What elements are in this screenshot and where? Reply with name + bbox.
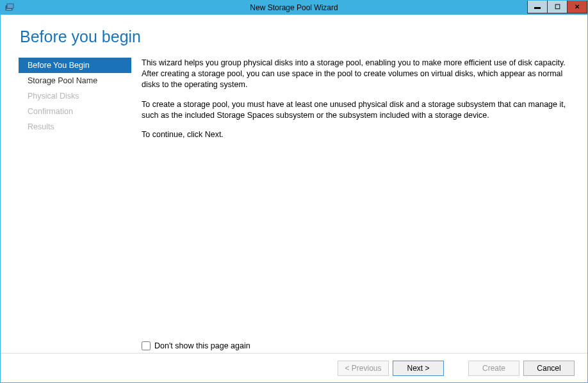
svg-rect-2 xyxy=(7,4,13,8)
app-icon xyxy=(4,3,15,13)
intro-paragraph-1: This wizard helps you group physical dis… xyxy=(142,58,577,90)
step-before-you-begin[interactable]: Before You Begin xyxy=(19,58,131,73)
minimize-icon: ▬ xyxy=(534,4,541,10)
create-button: Create xyxy=(468,361,519,376)
step-storage-pool-name[interactable]: Storage Pool Name xyxy=(19,73,131,88)
body-row: Before You Begin Storage Pool Name Physi… xyxy=(1,58,587,353)
svg-rect-1 xyxy=(6,9,12,10)
close-icon: ✕ xyxy=(575,4,580,10)
page-heading: Before you begin xyxy=(20,28,587,46)
step-confirmation: Confirmation xyxy=(19,104,131,119)
wizard-steps-sidebar: Before You Begin Storage Pool Name Physi… xyxy=(19,58,131,353)
wizard-window: New Storage Pool Wizard ▬ ☐ ✕ Before you… xyxy=(0,0,588,383)
content-area: Before you begin Before You Begin Storag… xyxy=(1,15,587,382)
dont-show-again-checkbox[interactable] xyxy=(142,341,151,350)
previous-button: < Previous xyxy=(338,361,389,376)
main-pane: This wizard helps you group physical dis… xyxy=(131,58,577,353)
minimize-button[interactable]: ▬ xyxy=(527,1,548,13)
intro-paragraph-2: To create a storage pool, you must have … xyxy=(142,99,577,121)
step-results: Results xyxy=(19,119,131,134)
next-button[interactable]: Next > xyxy=(393,361,444,376)
spacer xyxy=(142,149,577,338)
dont-show-again-row[interactable]: Don't show this page again xyxy=(142,341,577,350)
intro-paragraph-3: To continue, click Next. xyxy=(142,129,577,140)
maximize-button[interactable]: ☐ xyxy=(547,1,568,13)
titlebar: New Storage Pool Wizard ▬ ☐ ✕ xyxy=(1,1,587,15)
wizard-footer: < Previous Next > Create Cancel xyxy=(1,353,587,382)
step-physical-disks: Physical Disks xyxy=(19,88,131,104)
close-button[interactable]: ✕ xyxy=(567,1,587,13)
maximize-icon: ☐ xyxy=(555,4,560,10)
window-controls: ▬ ☐ ✕ xyxy=(528,1,587,13)
window-title: New Storage Pool Wizard xyxy=(1,3,587,12)
dont-show-again-label: Don't show this page again xyxy=(154,341,250,350)
cancel-button[interactable]: Cancel xyxy=(523,361,575,376)
